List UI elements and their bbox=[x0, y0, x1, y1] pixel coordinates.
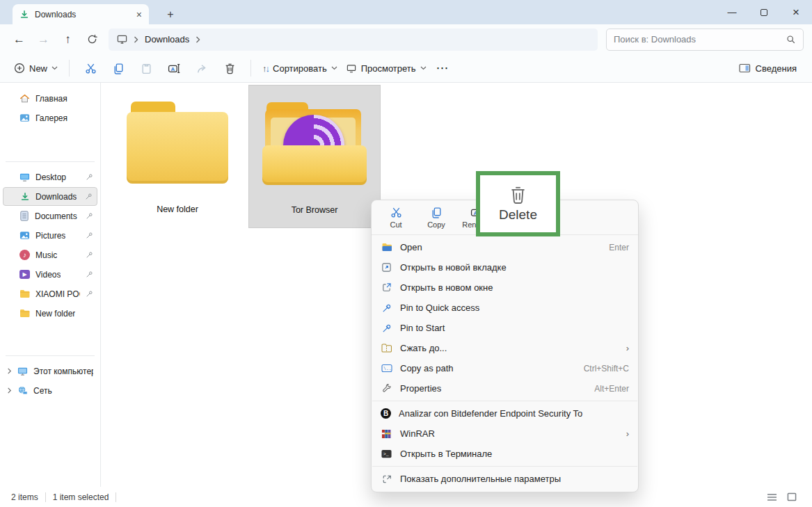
sidebar-item-network[interactable]: Сеть bbox=[3, 381, 97, 400]
navigation-bar: ← → ↑ Downloads bbox=[0, 24, 812, 54]
file-name: Tor Browser bbox=[292, 205, 338, 215]
menu-item-bitdefender[interactable]: B Analizar con Bitdefender Endpoint Secu… bbox=[372, 403, 638, 424]
sidebar-item-new-folder[interactable]: New folder bbox=[3, 304, 97, 323]
search-icon bbox=[786, 35, 796, 45]
search-input[interactable] bbox=[614, 34, 786, 45]
menu-item-show-more-options[interactable]: Показать дополнительные параметры bbox=[372, 469, 638, 489]
document-icon bbox=[19, 211, 29, 221]
chevron-down-icon bbox=[420, 66, 427, 70]
tab-downloads[interactable]: Downloads × bbox=[13, 4, 149, 24]
chevron-right-icon bbox=[134, 36, 138, 43]
file-explorer-window: Downloads × + — × ← → ↑ Downloads bbox=[0, 0, 812, 507]
sort-label: Сортировать bbox=[273, 63, 327, 74]
list-view-icon[interactable] bbox=[767, 493, 777, 501]
menu-separator bbox=[372, 401, 637, 401]
new-button[interactable]: New bbox=[10, 56, 62, 80]
plus-circle-icon bbox=[14, 63, 25, 74]
maximize-button[interactable] bbox=[748, 0, 780, 24]
submenu-chevron-icon: › bbox=[626, 428, 629, 439]
home-icon bbox=[19, 93, 30, 104]
menu-item-open[interactable]: Open Enter bbox=[372, 237, 638, 257]
menu-item-properties[interactable]: Properties Alt+Enter bbox=[372, 378, 638, 399]
close-button[interactable]: × bbox=[780, 0, 812, 24]
folder-icon-large bbox=[111, 85, 244, 202]
music-icon: ♪ bbox=[19, 250, 30, 260]
up-button[interactable]: ↑ bbox=[56, 28, 80, 51]
tab-close-icon[interactable]: × bbox=[136, 10, 142, 19]
sidebar-item-downloads[interactable]: Downloads bbox=[3, 187, 97, 206]
folder-icon bbox=[19, 289, 30, 298]
network-icon bbox=[17, 385, 28, 396]
chevron-right-icon bbox=[7, 368, 12, 374]
rename-button[interactable]: A bbox=[160, 56, 188, 80]
sidebar-item-gallery[interactable]: Галерея bbox=[3, 108, 97, 127]
context-cut-button[interactable]: Cut bbox=[383, 207, 409, 229]
back-button[interactable]: ← bbox=[7, 28, 31, 51]
copy-path-icon: \.. bbox=[381, 364, 392, 373]
menu-item-winrar[interactable]: WinRAR › bbox=[372, 424, 638, 444]
pin-icon bbox=[86, 212, 93, 220]
window-controls: — × bbox=[716, 0, 812, 24]
context-copy-button[interactable]: Copy bbox=[423, 207, 449, 229]
file-tile-new-folder[interactable]: New folder bbox=[111, 85, 244, 228]
view-icon bbox=[346, 63, 357, 74]
context-menu: Cut Copy A Rename Open Enter Открыть в н… bbox=[371, 200, 639, 492]
minimize-button[interactable]: — bbox=[716, 0, 748, 24]
pin-icon bbox=[86, 251, 93, 259]
breadcrumb-item-downloads[interactable]: Downloads bbox=[145, 34, 189, 45]
menu-item-compress[interactable]: Сжать до... › bbox=[372, 338, 638, 358]
pin-icon bbox=[85, 193, 93, 200]
pin-icon bbox=[86, 290, 93, 298]
toolbar-divider bbox=[69, 60, 70, 77]
view-button[interactable]: Просмотреть bbox=[342, 56, 431, 80]
tab-label: Downloads bbox=[35, 10, 76, 19]
highlight-delete-label: Delete bbox=[499, 207, 537, 223]
sidebar-item-home[interactable]: Главная bbox=[3, 89, 97, 108]
new-tab-button[interactable]: + bbox=[160, 4, 181, 24]
desktop-icon bbox=[19, 172, 30, 182]
details-label: Сведения bbox=[756, 63, 797, 74]
more-options-button[interactable]: ⋯ bbox=[431, 61, 454, 76]
menu-item-open-terminal[interactable]: >_ Открыть в Терминале bbox=[372, 444, 638, 464]
menu-item-pin-start[interactable]: Pin to Start bbox=[372, 318, 638, 338]
share-button[interactable] bbox=[188, 56, 216, 80]
sidebar-item-pictures[interactable]: Pictures bbox=[3, 226, 97, 245]
this-pc-icon bbox=[117, 34, 127, 45]
terminal-icon: >_ bbox=[381, 449, 392, 458]
sidebar-item-this-pc[interactable]: Этот компьютер bbox=[3, 362, 97, 380]
status-divider bbox=[45, 492, 46, 502]
delete-button[interactable] bbox=[216, 56, 244, 80]
trash-icon bbox=[509, 185, 527, 204]
copy-button[interactable] bbox=[104, 56, 132, 80]
menu-item-pin-quick-access[interactable]: Pin to Quick access bbox=[372, 298, 638, 318]
details-pane-button[interactable]: Сведения bbox=[739, 63, 802, 74]
videos-icon: ▶ bbox=[19, 270, 30, 279]
sidebar-item-documents[interactable]: Documents bbox=[3, 207, 97, 225]
sort-button[interactable]: ↑↓ Сортировать bbox=[258, 56, 342, 80]
submenu-chevron-icon: › bbox=[626, 343, 629, 353]
refresh-button[interactable] bbox=[80, 28, 104, 51]
highlight-delete-annotation[interactable]: Delete bbox=[476, 171, 560, 236]
wrench-icon bbox=[381, 384, 392, 394]
open-new-tab-icon bbox=[381, 262, 392, 273]
sidebar-separator bbox=[6, 355, 95, 356]
sidebar-item-music[interactable]: ♪ Music bbox=[3, 246, 97, 264]
menu-item-copy-as-path[interactable]: \.. Copy as path Ctrl+Shift+C bbox=[372, 358, 638, 378]
menu-item-open-new-window[interactable]: Открыть в новом окне bbox=[372, 277, 638, 298]
search-box[interactable] bbox=[606, 29, 804, 51]
paste-button[interactable] bbox=[132, 56, 160, 80]
forward-button[interactable]: → bbox=[31, 28, 56, 51]
menu-item-open-new-tab[interactable]: Открыть в новой вкладке bbox=[372, 257, 638, 277]
sidebar-item-desktop[interactable]: Desktop bbox=[3, 168, 97, 186]
toolbar-divider bbox=[250, 60, 251, 77]
open-new-window-icon bbox=[381, 282, 392, 293]
breadcrumb[interactable]: Downloads bbox=[109, 29, 598, 51]
pin-icon bbox=[86, 173, 93, 181]
folder-icon bbox=[381, 243, 392, 252]
sidebar-separator bbox=[6, 161, 95, 162]
file-tile-tor-browser[interactable]: Tor Browser bbox=[248, 85, 381, 228]
sidebar-item-xiaomi[interactable]: XIAOMI POCO F bbox=[3, 284, 97, 303]
large-icons-view-icon[interactable] bbox=[787, 492, 797, 501]
cut-button[interactable] bbox=[77, 56, 104, 80]
sidebar-item-videos[interactable]: ▶ Videos bbox=[3, 265, 97, 284]
